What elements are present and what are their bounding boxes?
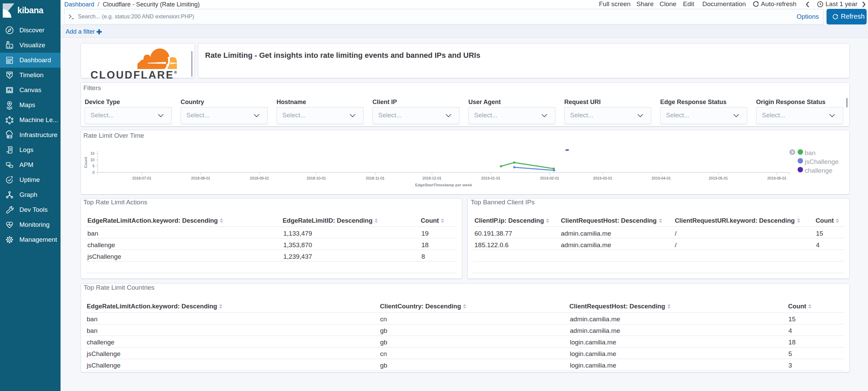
- svg-text:15: 15: [90, 151, 95, 155]
- svg-text:2018-08-01: 2018-08-01: [191, 176, 210, 180]
- svg-text:0: 0: [93, 170, 95, 174]
- svg-text:2018-12-01: 2018-12-01: [422, 176, 441, 180]
- svg-text:2019-03-01: 2019-03-01: [593, 176, 612, 180]
- svg-text:2018-09-01: 2018-09-01: [250, 176, 269, 180]
- svg-text:Count: Count: [84, 157, 88, 168]
- svg-text:2019-01-01: 2019-01-01: [481, 176, 500, 180]
- svg-text:EdgeStartTimestamp per week: EdgeStartTimestamp per week: [415, 183, 472, 187]
- svg-text:2019-02-01: 2019-02-01: [540, 176, 559, 180]
- svg-text:2018-10-01: 2018-10-01: [307, 176, 326, 180]
- svg-text:10: 10: [90, 158, 95, 162]
- svg-text:2018-11-01: 2018-11-01: [366, 176, 384, 180]
- svg-text:5: 5: [93, 164, 95, 168]
- svg-text:2019-05-01: 2019-05-01: [709, 176, 728, 180]
- svg-text:2019-04-01: 2019-04-01: [652, 176, 671, 180]
- svg-text:2018-07-01: 2018-07-01: [132, 176, 151, 180]
- svg-text:2019-06-01: 2019-06-01: [767, 176, 786, 180]
